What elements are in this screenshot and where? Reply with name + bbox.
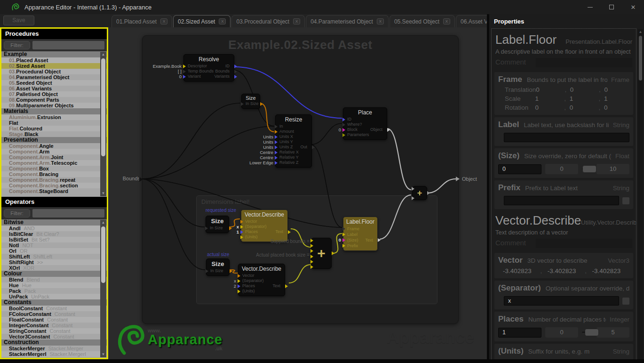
tab-close-icon[interactable]: X: [160, 18, 167, 24]
input-pin[interactable]: [240, 235, 243, 239]
tab-04-parameterised-object[interactable]: 04.Parameterised ObjectX: [306, 15, 389, 27]
output-pin[interactable]: [285, 284, 288, 288]
frame-value[interactable]: 0: [536, 86, 561, 93]
input-pin[interactable]: [238, 290, 240, 293]
procedure-item[interactable]: 01.Placed Asset: [1, 57, 107, 63]
input-pin[interactable]: [412, 187, 414, 191]
frame-value[interactable]: 0: [535, 104, 561, 111]
operator-item[interactable]: HueHue: [1, 282, 107, 288]
node-size-1[interactable]: SizeIn Size: [241, 94, 260, 109]
procedure-item[interactable]: Component.Arm: [1, 149, 107, 154]
vector-value[interactable]: -3.402823: [592, 267, 629, 274]
input-pin[interactable]: [240, 225, 243, 229]
procedure-item[interactable]: Component.Bracing.section: [1, 183, 107, 188]
slider-thumb[interactable]: [585, 329, 599, 336]
input-pin[interactable]: [275, 130, 278, 134]
vector-value[interactable]: -3.402823: [503, 267, 541, 274]
node-place[interactable]: PlaceIDWhere?Block0ObjectParameters: [343, 107, 387, 140]
input-pin[interactable]: [342, 238, 345, 242]
graph-canvas[interactable]: Example.02.Sized Asset Bounds Object Dim…: [108, 27, 487, 363]
places-slider[interactable]: [582, 329, 593, 336]
operator-item[interactable]: OrIOR: [1, 248, 107, 254]
output-pin[interactable]: [234, 75, 237, 79]
operators-filter-button[interactable]: Filter:: [4, 209, 30, 218]
input-pin[interactable]: [275, 151, 278, 154]
input-pin[interactable]: [183, 65, 186, 68]
node-vector-describe-1[interactable]: Vector.DescribeVector(Separator)xPlaces1…: [241, 210, 288, 242]
operator-item[interactable]: IntegerConstantConstant: [1, 323, 107, 328]
bounds-pin-icon[interactable]: [139, 177, 143, 182]
output-pin[interactable]: [378, 238, 381, 242]
input-pin[interactable]: [342, 133, 345, 137]
operator-item[interactable]: PackPack: [1, 288, 107, 294]
node-label-floor[interactable]: Label.FloorFrameLabel(Size)0TextPrefix: [343, 217, 378, 251]
frame-value[interactable]: 1: [604, 95, 629, 102]
input-pin[interactable]: [275, 161, 278, 165]
procedure-item[interactable]: Component.StageBoard: [1, 188, 107, 194]
frame-value[interactable]: 0: [604, 86, 629, 93]
input-pin[interactable]: [183, 75, 186, 79]
input-pin[interactable]: [238, 274, 240, 278]
input-pin[interactable]: [342, 118, 345, 121]
procedure-item[interactable]: Component.Bracing.repeat: [1, 177, 107, 183]
output-pin[interactable]: [332, 251, 334, 255]
procedure-item[interactable]: 08.Component Parts: [1, 97, 107, 103]
operator-item[interactable]: StackerMergerIStacker.MergerI: [1, 351, 107, 357]
properties-scroll-thumb[interactable]: [639, 36, 642, 81]
input-pin[interactable]: [310, 260, 313, 264]
procedure-item[interactable]: 06.Asset Variants: [1, 86, 107, 91]
operator-item[interactable]: FloatConstantConstant: [1, 317, 107, 323]
operator-item[interactable]: AndIAND: [1, 226, 107, 231]
scroll-up-icon[interactable]: ▲: [100, 52, 106, 57]
operators-scrollbar[interactable]: ▲ ▼: [100, 220, 106, 357]
operator-item[interactable]: ShiftLeftShiftLeft: [1, 254, 107, 259]
operator-item[interactable]: IsBitSetBit Set?: [1, 237, 107, 242]
label-input[interactable]: [504, 133, 629, 142]
input-pin[interactable]: [206, 269, 208, 273]
-size--slider[interactable]: [582, 165, 593, 173]
input-pin[interactable]: [240, 220, 243, 224]
input-pin[interactable]: [240, 230, 243, 234]
object-pin-icon[interactable]: [456, 176, 460, 182]
minimize-button[interactable]: [579, 0, 601, 14]
output-pin[interactable]: [387, 128, 390, 132]
operator-item[interactable]: IsBitClearBit Clear?: [1, 231, 107, 237]
operator-item[interactable]: BlendBlend: [1, 277, 107, 282]
scroll-up-icon[interactable]: ▲: [638, 29, 643, 35]
input-pin[interactable]: [342, 227, 345, 231]
scroll-up-icon[interactable]: ▲: [100, 220, 106, 226]
input-pin[interactable]: [342, 244, 345, 248]
output-pin[interactable]: [234, 65, 237, 68]
input-pin[interactable]: [342, 123, 345, 127]
procedure-item[interactable]: Flat: [1, 120, 107, 126]
procedures-filter-button[interactable]: Filter:: [4, 41, 30, 49]
procedure-item[interactable]: Aluminium.Extrusion: [1, 114, 107, 120]
output-pin[interactable]: [312, 145, 315, 149]
input-pin[interactable]: [310, 239, 313, 242]
output-pin[interactable]: [230, 269, 232, 273]
comment-field[interactable]: [536, 239, 632, 248]
input-pin[interactable]: [275, 145, 278, 149]
input-pin[interactable]: [241, 102, 244, 106]
frame-value[interactable]: 0: [570, 104, 595, 111]
procedure-item[interactable]: 07.Palletised Object: [1, 91, 107, 97]
node-add-objects[interactable]: +: [412, 186, 427, 200]
input-pin[interactable]: [238, 284, 240, 288]
procedure-item[interactable]: 05.Seeded Object: [1, 80, 107, 86]
-size--value-input[interactable]: [498, 164, 541, 174]
procedure-item[interactable]: Component.Arm.Telescopic: [1, 160, 107, 166]
output-pin[interactable]: [229, 226, 232, 230]
tab-close-icon[interactable]: X: [377, 18, 384, 24]
slider-thumb[interactable]: [582, 165, 596, 173]
tab-05-seeded-object[interactable]: 05.Seeded ObjectX: [390, 15, 455, 27]
prefix-input[interactable]: [504, 196, 619, 205]
tab-close-icon[interactable]: X: [443, 18, 450, 24]
node-add-text[interactable]: +: [311, 238, 332, 269]
canvas-input-bounds[interactable]: Bounds: [118, 176, 140, 181]
input-pin[interactable]: [412, 196, 414, 200]
procedure-item[interactable]: Component.Arm.Joint: [1, 154, 107, 160]
operator-item[interactable]: ShiftRight>>: [1, 259, 107, 265]
tab-03-procedural-object[interactable]: 03.Procedural ObjectX: [231, 15, 305, 27]
procedure-item[interactable]: Component.Bracing: [1, 171, 107, 177]
frame-value[interactable]: 1: [570, 95, 595, 102]
